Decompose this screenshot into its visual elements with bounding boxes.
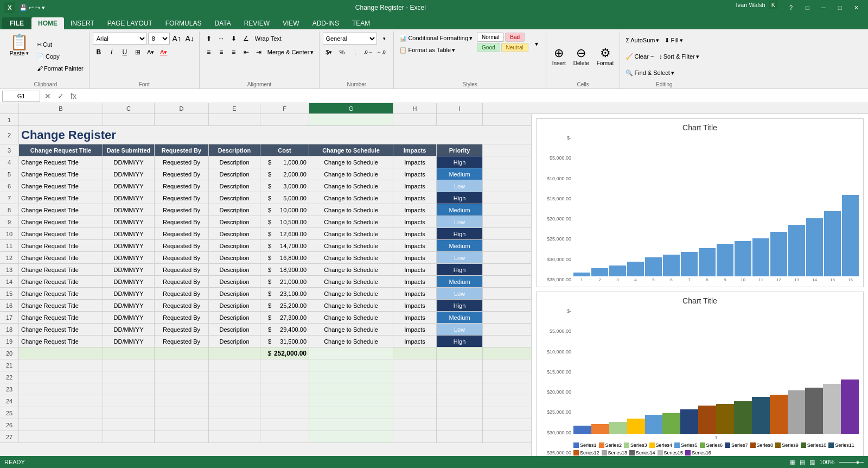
row-num-10[interactable]: 10 [0,228,19,239]
row-num-17[interactable]: 17 [0,312,19,323]
cell-e11[interactable]: Description [209,240,260,251]
cell-i1[interactable] [437,114,483,125]
cell-f24[interactable] [260,395,309,407]
cell-h5[interactable]: Impacts [393,168,437,180]
cell-b14[interactable]: Change Request Title [19,276,103,287]
row-num-11[interactable]: 11 [0,240,19,251]
delete-button[interactable]: ⊖ Delete [571,40,592,73]
cell-g13[interactable]: Change to Schedule [309,264,393,275]
cell-e7[interactable]: Description [209,192,260,204]
cell-e23[interactable] [209,383,260,395]
number-format-select[interactable]: General [323,33,377,45]
cell-e20[interactable] [209,347,260,359]
spreadsheet-title[interactable]: Change Register [19,126,442,144]
row-num-12[interactable]: 12 [0,252,19,263]
cell-h13[interactable]: Impacts [393,264,437,275]
cell-i10[interactable]: High [437,228,483,239]
row-num-5[interactable]: 5 [0,168,19,180]
cell-i20[interactable] [437,347,483,359]
format-button[interactable]: ⚙ Format [594,40,617,73]
style-normal[interactable]: Normal [477,33,504,42]
comma-button[interactable]: , [349,46,361,58]
cell-g15[interactable]: Change to Schedule [309,288,393,299]
cell-g12[interactable]: Change to Schedule [309,252,393,263]
row-num-27[interactable]: 27 [0,431,19,442]
cell-e26[interactable] [209,419,260,431]
cell-i22[interactable] [437,371,483,383]
cell-reference-input[interactable] [2,91,40,102]
cell-i25[interactable] [437,407,483,419]
tab-formulas[interactable]: FORMULAS [159,17,208,29]
row-num-21[interactable]: 21 [0,359,19,371]
font-color-button[interactable]: A▾ [158,46,170,58]
font-increase-button[interactable]: A↑ [171,33,183,45]
cell-h9[interactable]: Impacts [393,216,437,227]
row-num-6[interactable]: 6 [0,180,19,192]
cell-d18[interactable]: Requested By [155,324,209,335]
cell-g16[interactable]: Change to Schedule [309,300,393,311]
cell-d17[interactable]: Requested By [155,312,209,323]
tab-home[interactable]: HOME [31,17,64,29]
italic-button[interactable]: I [106,46,118,58]
cell-i27[interactable] [437,431,483,442]
conditional-formatting-button[interactable]: 📊 Conditional Formatting ▾ [397,33,475,43]
cell-f17-sym[interactable]: $ [260,312,272,323]
cell-d23[interactable] [155,383,209,395]
help-button[interactable]: ? [783,2,799,14]
minimize-button[interactable]: ─ [816,2,831,14]
cell-c27[interactable] [103,431,155,442]
cell-f8-cost[interactable]: 10,000.00 [272,204,309,216]
decimal-decrease-button[interactable]: ←.0 [375,46,387,58]
view-normal-icon[interactable]: ▦ [790,459,795,466]
row-num-18[interactable]: 18 [0,324,19,335]
cell-f11-cost[interactable]: 14,700.00 [272,240,309,251]
format-painter-button[interactable]: 🖌 Format Painter [35,63,86,74]
cell-b15[interactable]: Change Request Title [19,288,103,299]
cell-i21[interactable] [437,359,483,371]
cell-c25[interactable] [103,407,155,419]
cell-e17[interactable]: Description [209,312,260,323]
cell-i8[interactable]: Medium [437,204,483,216]
cell-b7[interactable]: Change Request Title [19,192,103,204]
cell-f13-sym[interactable]: $ [260,264,272,275]
cell-h25[interactable] [393,407,437,419]
cell-f5-sym[interactable]: $ [260,168,272,180]
cell-e27[interactable] [209,431,260,442]
close-button[interactable]: ✕ [848,2,864,14]
cell-b21[interactable] [19,359,103,371]
cell-d19[interactable]: Requested By [155,336,209,347]
cell-g21[interactable] [309,359,393,371]
cell-f19-sym[interactable]: $ [260,336,272,347]
cell-h12[interactable]: Impacts [393,252,437,263]
cell-i7[interactable]: High [437,192,483,204]
cell-b10[interactable]: Change Request Title [19,228,103,239]
view-page-break-icon[interactable]: ▧ [809,459,815,466]
cell-f4-sym[interactable]: $ [260,156,272,168]
cell-b11[interactable]: Change Request Title [19,240,103,251]
cell-c7[interactable]: DD/MM/YY [103,192,155,204]
cell-f1[interactable] [260,114,309,125]
cell-i6[interactable]: Low [437,180,483,192]
copy-button[interactable]: 📄 Copy [35,51,86,62]
cell-b27[interactable] [19,431,103,442]
col-header-g[interactable]: G [309,103,393,113]
cell-e5[interactable]: Description [209,168,260,180]
cell-c11[interactable]: DD/MM/YY [103,240,155,251]
cell-c18[interactable]: DD/MM/YY [103,324,155,335]
ribbon-display-button[interactable]: □ [800,2,815,14]
cell-h18[interactable]: Impacts [393,324,437,335]
cell-h24[interactable] [393,395,437,407]
cell-c9[interactable]: DD/MM/YY [103,216,155,227]
cell-g9[interactable]: Change to Schedule [309,216,393,227]
decimal-increase-button[interactable]: .0→ [362,46,374,58]
indent-increase-button[interactable]: ⇥ [253,46,265,58]
cell-c23[interactable] [103,383,155,395]
row-num-9[interactable]: 9 [0,216,19,227]
cell-h23[interactable] [393,383,437,395]
cell-d4[interactable]: Requested By [155,156,209,168]
cell-d9[interactable]: Requested By [155,216,209,227]
col-header-c[interactable]: C [103,103,155,113]
tab-view[interactable]: VIEW [276,17,306,29]
header-cost[interactable]: Cost [260,144,309,156]
cell-f27[interactable] [260,431,309,442]
